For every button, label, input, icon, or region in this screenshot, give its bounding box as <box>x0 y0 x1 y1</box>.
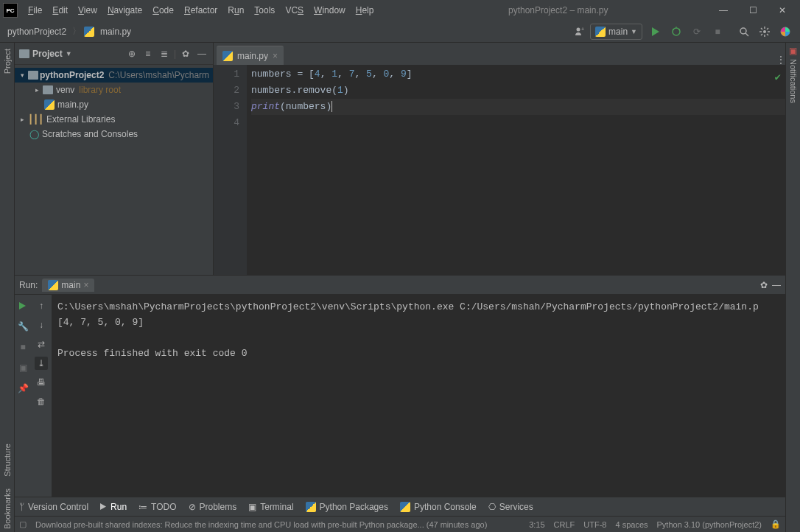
rerun-icon[interactable] <box>16 299 29 312</box>
print-icon[interactable]: 🖶 <box>35 376 48 389</box>
right-tool-strip: ▣ Notifications <box>785 43 800 532</box>
tree-external[interactable]: ▸ ┃┃┃ External Libraries <box>15 112 213 127</box>
minimize-button[interactable]: — <box>709 0 738 21</box>
color-wheel-icon[interactable] <box>776 23 794 41</box>
editor-tab-mainpy[interactable]: main.py × <box>217 46 284 65</box>
debug-button[interactable] <box>667 23 685 41</box>
tree-mainpy-label: main.py <box>57 99 88 110</box>
menu-window[interactable]: Window <box>309 4 350 17</box>
menu-vcs[interactable]: VCS <box>281 4 308 17</box>
bt-packages[interactable]: Python Packages <box>306 502 388 512</box>
panel-settings-icon[interactable]: ✿ <box>179 47 192 60</box>
menu-edit[interactable]: Edit <box>48 4 72 17</box>
menu-code[interactable]: Code <box>148 4 178 17</box>
tree-scratches[interactable]: ◯ Scratches and Consoles <box>15 127 213 141</box>
stop-icon[interactable]: ■ <box>16 340 29 354</box>
close-tab-icon[interactable]: × <box>273 51 278 61</box>
svg-point-8 <box>763 30 766 33</box>
bt-todo[interactable]: ≔TODO <box>138 502 176 512</box>
close-icon[interactable]: × <box>83 280 88 290</box>
tree-root[interactable]: ▾ pythonProject2 C:\Users\mshah\Pycharm <box>15 68 213 83</box>
status-enc[interactable]: UTF-8 <box>583 520 606 529</box>
trash-icon[interactable]: 🗑 <box>35 395 48 408</box>
bt-run[interactable]: Run <box>100 502 127 512</box>
locate-icon[interactable]: ⊕ <box>125 47 138 60</box>
bt-terminal[interactable]: ▣Terminal <box>248 502 293 512</box>
breadcrumb-file[interactable]: main.py <box>97 25 134 38</box>
collapse-icon[interactable]: ≣ <box>158 47 171 60</box>
lock-icon[interactable]: 🔒 <box>771 519 781 529</box>
down-icon[interactable]: ↓ <box>35 318 48 332</box>
code-content[interactable]: numbers = [4, 1, 7, 5, 0, 9] numbers.rem… <box>247 65 785 275</box>
run-settings-icon[interactable]: ✿ <box>760 280 768 290</box>
console-out: [4, 7, 5, 0, 9] <box>57 315 779 330</box>
maximize-button[interactable]: ☐ <box>738 0 768 21</box>
search-button[interactable] <box>735 23 753 41</box>
inspection-ok-icon[interactable]: ✔ <box>775 69 781 85</box>
python-icon <box>400 502 410 512</box>
wrench-icon[interactable]: 🔧 <box>16 320 29 333</box>
chevron-right-icon: 〉 <box>72 25 81 38</box>
run-tab[interactable]: main × <box>42 279 94 292</box>
svg-line-15 <box>761 34 762 35</box>
hide-run-icon[interactable]: — <box>772 280 781 290</box>
tree-scratches-label: Scratches and Consoles <box>42 129 138 139</box>
svg-point-6 <box>740 28 746 34</box>
status-msg[interactable]: Download pre-built shared indexes: Reduc… <box>35 520 487 529</box>
console-output[interactable]: C:\Users\mshah\PycharmProjects\pythonPro… <box>52 295 785 497</box>
expand-icon[interactable]: ≡ <box>141 47 155 60</box>
status-sdk[interactable]: Python 3.10 (pythonProject2) <box>657 520 762 529</box>
close-button[interactable]: ✕ <box>768 0 797 21</box>
menu-run[interactable]: Run <box>223 4 248 17</box>
run-tool-window: Run: main × ✿ — 🔧 ■ ▣ 📌 <box>15 276 785 497</box>
status-pos[interactable]: 3:15 <box>529 520 544 529</box>
menu-view[interactable]: View <box>74 4 102 17</box>
sidebar-project-label[interactable]: Project <box>3 46 12 77</box>
status-hide-icon[interactable]: ▢ <box>19 519 27 529</box>
menu-file[interactable]: File <box>24 4 46 17</box>
stop2-icon[interactable]: ▣ <box>16 361 29 374</box>
menu-tools[interactable]: Tools <box>250 4 279 17</box>
svg-line-16 <box>767 28 768 29</box>
notifications-icon[interactable]: ▣ <box>789 46 797 56</box>
hide-panel-icon[interactable]: — <box>195 47 208 60</box>
bt-problems[interactable]: ⊘Problems <box>189 502 237 512</box>
wrap-icon[interactable]: ⇄ <box>35 337 48 351</box>
sidebar-bookmarks-label[interactable]: Bookmarks <box>3 486 12 532</box>
add-user-icon[interactable]: + <box>571 23 589 41</box>
status-indent[interactable]: 4 spaces <box>615 520 648 529</box>
coverage-button[interactable]: ⟳ <box>688 23 706 41</box>
up-icon[interactable]: ↑ <box>35 299 48 312</box>
console-exit: Process finished with exit code 0 <box>57 346 779 361</box>
pycharm-logo-icon: PC <box>3 3 18 18</box>
chevron-down-icon[interactable]: ▼ <box>66 50 72 57</box>
sidebar-notifications-label[interactable]: Notifications <box>789 56 798 106</box>
bt-vc[interactable]: ᛘVersion Control <box>19 502 88 512</box>
editor-more-icon[interactable]: ⋮ <box>776 55 785 65</box>
breadcrumb-project[interactable]: pythonProject2 <box>4 25 69 38</box>
menu-refactor[interactable]: Refactor <box>180 4 222 17</box>
run-config-selector[interactable]: main ▼ <box>590 24 642 40</box>
tree-venv-label: venv <box>56 85 74 95</box>
bottom-toolbar: ᛘVersion Control Run ≔TODO ⊘Problems ▣Te… <box>15 497 785 516</box>
tree-venv[interactable]: ▸ venv library root <box>15 83 213 97</box>
menu-help[interactable]: Help <box>351 4 379 17</box>
bt-services[interactable]: ⎔Services <box>488 502 533 512</box>
svg-line-7 <box>745 33 748 36</box>
services-icon: ⎔ <box>488 502 496 512</box>
gutter: 1 2 3 4 <box>214 65 247 275</box>
tree-mainpy[interactable]: main.py <box>15 97 213 112</box>
bt-pyconsole[interactable]: Python Console <box>400 502 477 512</box>
run-button[interactable] <box>647 23 664 41</box>
settings-button[interactable] <box>756 23 773 41</box>
pin-icon[interactable]: 📌 <box>16 382 29 395</box>
code-editor[interactable]: 1 2 3 4 numbers = [4, 1, 7, 5, 0, 9] num… <box>214 65 785 275</box>
scroll-icon[interactable]: ⤓ <box>35 357 48 370</box>
svg-point-2 <box>673 28 680 35</box>
project-panel-title[interactable]: Project <box>32 49 63 59</box>
stop-button[interactable]: ■ <box>709 23 726 41</box>
project-tool-window: Project ▼ ⊕ ≡ ≣ | ✿ — ▾ pythonProject2 C… <box>15 43 214 275</box>
status-eol[interactable]: CRLF <box>554 520 575 529</box>
menu-navigate[interactable]: Navigate <box>103 4 147 17</box>
sidebar-structure-label[interactable]: Structure <box>3 441 12 480</box>
